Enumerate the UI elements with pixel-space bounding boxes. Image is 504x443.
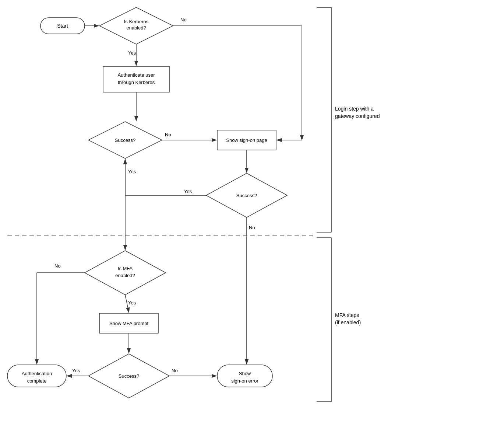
kerberos-enabled-label: Is Kerberos [124,19,149,24]
auth-complete-label1: Authentication [22,371,52,376]
show-error-label2: sign-on error [231,378,258,384]
success1-label: Success? [115,137,135,143]
show-mfa-label: Show MFA prompt [109,321,149,326]
kerberos-enabled-label2: enabled? [126,25,146,31]
show-error-label1: Show [239,371,251,376]
success3-label: Success? [119,373,139,379]
mfa-enabled-label2: enabled? [115,273,135,278]
svg-rect-3 [103,66,169,92]
mfa-enabled-label1: Is MFA [118,266,133,271]
success3-no-label: No [172,368,178,373]
success2-yes-label: Yes [184,189,192,194]
mfa-steps-label1: MFA steps [335,312,359,318]
start-label: Start [57,23,68,29]
success2-label: Success? [236,193,257,198]
success3-yes-label: Yes [72,368,80,373]
auth-kerberos-label2: through Kerberos [118,80,155,85]
mfa-steps-label2: (if enabled) [335,320,361,325]
login-step-label2: gateway configured [335,113,380,119]
auth-kerberos-label1: Authenticate user [117,72,155,78]
show-signon-label: Show sign-on page [226,137,267,143]
success1-yes-label: Yes [128,169,136,174]
mfa-yes-label: Yes [128,300,136,306]
success1-no-label: No [165,132,171,137]
success2-no-label: No [249,225,255,230]
auth-complete-label2: complete [27,378,47,384]
login-step-label1: Login step with a [335,106,374,112]
kerberos-yes-label: Yes [128,50,136,56]
mfa-no-label: No [54,263,61,269]
kerberos-no-label: No [180,17,187,22]
